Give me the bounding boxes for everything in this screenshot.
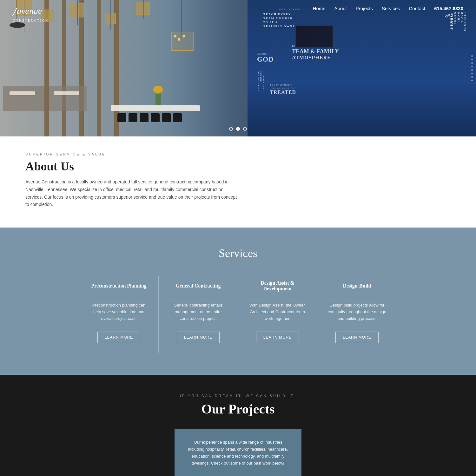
service-card-design-build: Design-Build Design build projects allow… [317, 276, 397, 352]
service-title-1: Preconstruction Planning [89, 279, 149, 293]
about-text: Avenue Construction is a locally owned a… [25, 178, 241, 208]
services-title: Services [13, 247, 463, 260]
services-section: Services Preconstruction Planning Precon… [0, 228, 476, 374]
carousel-dot-2[interactable] [236, 127, 240, 131]
nav-phone[interactable]: 615.467.6330 [434, 6, 463, 11]
bulb-2 [178, 38, 180, 41]
bulb-1 [174, 35, 176, 37]
chair-3 [140, 113, 149, 122]
projects-description: Our experience spans a wide range of ind… [187, 439, 289, 467]
service-divider-3 [248, 297, 307, 297]
learn-more-btn-1[interactable]: LEARN MORE [97, 332, 140, 343]
logo-subtitle: CONSTRUCTION [13, 19, 49, 22]
wall-decorative-dots [471, 55, 473, 81]
chair-5 [162, 113, 171, 122]
learn-more-btn-4[interactable]: LEARN MORE [335, 332, 378, 343]
logo-slash: / [13, 5, 16, 19]
projects-section: IF YOU CAN DREAM IT, WE CAN BUILD IT. Ou… [0, 375, 476, 476]
booth-2 [49, 86, 87, 111]
chair-2 [129, 113, 137, 122]
pendant-light [171, 32, 194, 51]
service-card-preconstruction: Preconstruction Planning Preconstruction… [79, 276, 159, 352]
wall-text-glorify: GLORIFY GOD [257, 52, 274, 63]
service-desc-1: Preconstruction planning can help save v… [89, 302, 149, 322]
nav-services[interactable]: Services [382, 6, 400, 11]
small-table-1 [10, 91, 35, 95]
service-divider-2 [168, 297, 228, 297]
lamp-shade-1 [10, 22, 25, 28]
learn-more-btn-3[interactable]: LEARN MORE [256, 332, 299, 343]
service-title-3: Design Assist & Development [248, 279, 307, 293]
about-tagline: SUPERIOR SERVICE & VALUE [25, 152, 451, 156]
services-grid: Preconstruction Planning Preconstruction… [79, 276, 397, 352]
learn-more-btn-2[interactable]: LEARN MORE [177, 332, 220, 343]
chair-4 [151, 113, 160, 122]
chair-6 [173, 113, 182, 122]
nav-contact[interactable]: Contact [409, 6, 426, 11]
service-title-4: Design-Build [327, 279, 387, 293]
carousel-dot-3[interactable] [243, 127, 247, 131]
carousel-dot-1[interactable] [229, 127, 233, 131]
pillar-3 [79, 0, 84, 136]
projects-desc-box: Our experience spans a wide range of ind… [175, 429, 301, 476]
blue-wall: BE HUMBLE,LEARN FROM YOUR MISTAKES TEACH… [248, 0, 476, 136]
hero-background: BE HUMBLE,LEARN FROM YOUR MISTAKES TEACH… [0, 0, 476, 136]
pillar-4 [97, 0, 101, 136]
service-card-general: General Contracting General contracting … [159, 276, 238, 352]
service-card-design-assist: Design Assist & Development With Design … [238, 276, 317, 352]
chair-1 [117, 113, 126, 122]
nav-home[interactable]: Home [313, 6, 326, 11]
service-desc-2: General contracting entails management o… [168, 302, 228, 322]
small-table-2 [54, 91, 79, 95]
nav-about[interactable]: About [334, 6, 347, 11]
hero-section: BE HUMBLE,LEARN FROM YOUR MISTAKES TEACH… [0, 0, 476, 136]
service-divider-1 [89, 297, 149, 297]
site-logo[interactable]: /avenue CONSTRUCTION [13, 6, 49, 22]
main-nav: Home About Projects Services Contact 615… [0, 0, 476, 17]
nav-projects[interactable]: Projects [356, 6, 373, 11]
pillar-2 [62, 0, 66, 136]
projects-tagline: IF YOU CAN DREAM IT, WE CAN BUILD IT. [13, 394, 463, 398]
service-title-2: General Contracting [168, 279, 228, 293]
carousel-dots [229, 127, 247, 131]
flower-top [153, 86, 163, 94]
wall-text-relentlessly: RELENTLESSLY PURSUE IMPROVEMENT [257, 71, 265, 92]
long-table [111, 105, 200, 111]
wall-text-treat: TREAT OTHERS LIKE WE WANT TO BE TREATED [270, 84, 463, 95]
about-title: About Us [25, 159, 451, 173]
projects-title: Our Projects [13, 401, 463, 417]
about-section: SUPERIOR SERVICE & VALUE About Us Avenue… [0, 136, 476, 228]
service-desc-3: With Design Assist, the Owner, Architect… [248, 302, 307, 322]
service-divider-4 [327, 297, 387, 297]
tv-screen [295, 25, 333, 48]
logo-name: avenue [17, 6, 42, 16]
bulb-3 [182, 35, 185, 37]
service-desc-4: Design build projects allow for continui… [327, 302, 387, 322]
booth-1 [3, 86, 44, 111]
